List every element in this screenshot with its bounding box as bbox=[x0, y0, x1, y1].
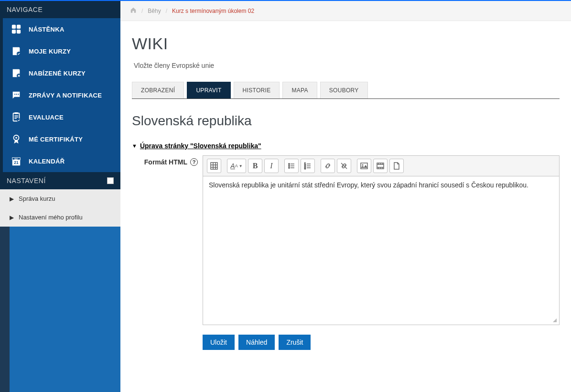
settings-heading-label: NASTAVENÍ bbox=[7, 177, 46, 185]
svg-rect-25 bbox=[361, 163, 367, 169]
nav-item-label: ZPRÁVY A NOTIFIKACE bbox=[29, 92, 102, 99]
svg-point-8 bbox=[18, 94, 19, 95]
editor: AA▼ B I 123 bbox=[203, 155, 560, 325]
caret-right-icon: ▶ bbox=[10, 196, 14, 202]
svg-point-26 bbox=[362, 164, 364, 166]
collapse-header[interactable]: ▼ Úprava stránky "Slovenská republika" bbox=[132, 142, 560, 150]
collapse-icon[interactable]: − bbox=[107, 177, 114, 184]
toolbar-unlink-button[interactable] bbox=[337, 159, 351, 173]
save-button[interactable]: Uložit bbox=[203, 335, 235, 350]
format-label: Formát HTML bbox=[144, 158, 187, 166]
settings-item-label: Nastavení mého profilu bbox=[19, 214, 83, 221]
editor-textarea[interactable]: Slovenská republika je unitární stát stř… bbox=[203, 176, 559, 325]
tabs: ZOBRAZENÍ UPRAVIT HISTORIE MAPA SOUBORY bbox=[132, 82, 560, 99]
settings-heading: NASTAVENÍ − bbox=[0, 172, 120, 189]
svg-rect-2 bbox=[12, 30, 16, 33]
svg-rect-18 bbox=[211, 163, 217, 169]
svg-point-19 bbox=[289, 163, 290, 164]
preview-button[interactable]: Náhled bbox=[238, 335, 275, 350]
tab-edit[interactable]: UPRAVIT bbox=[187, 82, 230, 98]
help-icon[interactable]: ? bbox=[190, 158, 198, 166]
breadcrumb-sep: / bbox=[141, 8, 143, 14]
nav-item-evaluation[interactable]: EVALUACE bbox=[0, 106, 120, 128]
form-row: Formát HTML ? AA▼ bbox=[132, 155, 560, 325]
svg-rect-3 bbox=[17, 30, 21, 33]
book-check-icon bbox=[10, 46, 23, 56]
svg-rect-1 bbox=[17, 25, 21, 29]
breadcrumb-link[interactable]: Běhy bbox=[148, 8, 161, 14]
nav-item-messages[interactable]: ZPRÁVY A NOTIFIKACE bbox=[0, 84, 120, 106]
book-x-icon bbox=[10, 68, 23, 78]
tab-view[interactable]: ZOBRAZENÍ bbox=[132, 82, 184, 98]
home-icon[interactable] bbox=[130, 7, 137, 15]
nav-item-label: MÉ CERTIFIKÁTY bbox=[29, 136, 83, 143]
settings-profile[interactable]: ▶ Nastavení mého profilu bbox=[0, 208, 120, 227]
toolbar-bold-button[interactable]: B bbox=[248, 159, 262, 173]
svg-rect-10 bbox=[14, 112, 18, 114]
sidebar: NAVIGACE NÁSTĚNKA MOJE KURZY NABÍZENÉ KU… bbox=[0, 1, 120, 392]
svg-point-13 bbox=[15, 137, 17, 139]
settings-item-label: Správa kurzu bbox=[19, 195, 55, 202]
resize-handle-icon[interactable] bbox=[551, 317, 557, 323]
page-subtitle: Vložte členy Evropské unie bbox=[132, 62, 560, 69]
svg-text:21: 21 bbox=[14, 161, 19, 165]
section-title: Slovenská republika bbox=[132, 113, 560, 129]
breadcrumb: / Běhy / Kurz s termínovaným úkolem 02 bbox=[120, 1, 571, 21]
nav-item-my-courses[interactable]: MOJE KURZY bbox=[0, 40, 120, 62]
toolbar-image-button[interactable] bbox=[357, 159, 371, 173]
svg-text:MAY: MAY bbox=[14, 158, 18, 160]
nav-item-dashboard[interactable]: NÁSTĚNKA bbox=[0, 18, 120, 40]
svg-text:3: 3 bbox=[304, 167, 306, 170]
form-label: Formát HTML ? bbox=[132, 155, 203, 166]
toolbar-font-button[interactable]: AA▼ bbox=[227, 159, 246, 173]
nav-item-label: MOJE KURZY bbox=[29, 48, 71, 55]
toolbar-grid-button[interactable] bbox=[207, 159, 221, 173]
svg-point-6 bbox=[14, 94, 15, 95]
nav-item-label: NÁSTĚNKA bbox=[29, 26, 65, 33]
page-title: WIKI bbox=[132, 34, 560, 53]
nav-item-certificates[interactable]: MÉ CERTIFIKÁTY bbox=[0, 128, 120, 150]
collapse-label: Úprava stránky "Slovenská republika" bbox=[140, 142, 261, 150]
nav-item-label: KALENDÁŘ bbox=[29, 158, 65, 165]
dashboard-icon bbox=[10, 24, 23, 34]
main: / Běhy / Kurz s termínovaným úkolem 02 W… bbox=[120, 1, 571, 392]
nav-list: NÁSTĚNKA MOJE KURZY NABÍZENÉ KURZY ZPRÁV… bbox=[0, 18, 120, 172]
svg-rect-0 bbox=[12, 25, 16, 29]
nav-heading-label: NAVIGACE bbox=[7, 6, 43, 13]
toolbar-italic-button[interactable]: I bbox=[264, 159, 279, 173]
settings-list: ▶ Správa kurzu ▶ Nastavení mého profilu bbox=[0, 189, 120, 227]
toolbar-ul-button[interactable] bbox=[284, 159, 299, 173]
svg-point-21 bbox=[289, 167, 290, 168]
chat-icon bbox=[10, 90, 23, 100]
calendar-icon: MAY21 bbox=[10, 156, 23, 166]
toolbar-link-button[interactable] bbox=[321, 159, 335, 173]
editor-content: Slovenská republika je unitární stát stř… bbox=[209, 181, 528, 189]
button-row: Uložit Náhled Zrušit bbox=[132, 325, 560, 350]
breadcrumb-active[interactable]: Kurz s termínovaným úkolem 02 bbox=[172, 8, 254, 14]
cancel-button[interactable]: Zrušit bbox=[279, 335, 311, 350]
toolbar-ol-button[interactable]: 123 bbox=[301, 159, 315, 173]
nav-item-label: NABÍZENÉ KURZY bbox=[29, 70, 86, 77]
tab-files[interactable]: SOUBORY bbox=[320, 82, 368, 98]
settings-course-admin[interactable]: ▶ Správa kurzu bbox=[0, 189, 120, 208]
nav-item-label: EVALUACE bbox=[29, 114, 64, 121]
nav-item-calendar[interactable]: MAY21 KALENDÁŘ bbox=[0, 150, 120, 172]
tab-map[interactable]: MAPA bbox=[282, 82, 317, 98]
toolbar-video-button[interactable] bbox=[373, 159, 388, 173]
breadcrumb-sep: / bbox=[166, 8, 167, 14]
svg-point-7 bbox=[16, 94, 17, 95]
toolbar-file-button[interactable] bbox=[389, 159, 404, 173]
nav-heading: NAVIGACE bbox=[0, 1, 120, 18]
svg-point-20 bbox=[289, 165, 290, 166]
caret-right-icon: ▶ bbox=[10, 214, 14, 221]
editor-toolbar: AA▼ B I 123 bbox=[203, 156, 559, 176]
tab-history[interactable]: HISTORIE bbox=[234, 82, 280, 98]
clipboard-icon bbox=[10, 112, 23, 122]
chevron-down-icon: ▼ bbox=[132, 143, 137, 149]
award-icon bbox=[10, 134, 23, 144]
nav-item-offered-courses[interactable]: NABÍZENÉ KURZY bbox=[0, 62, 120, 84]
